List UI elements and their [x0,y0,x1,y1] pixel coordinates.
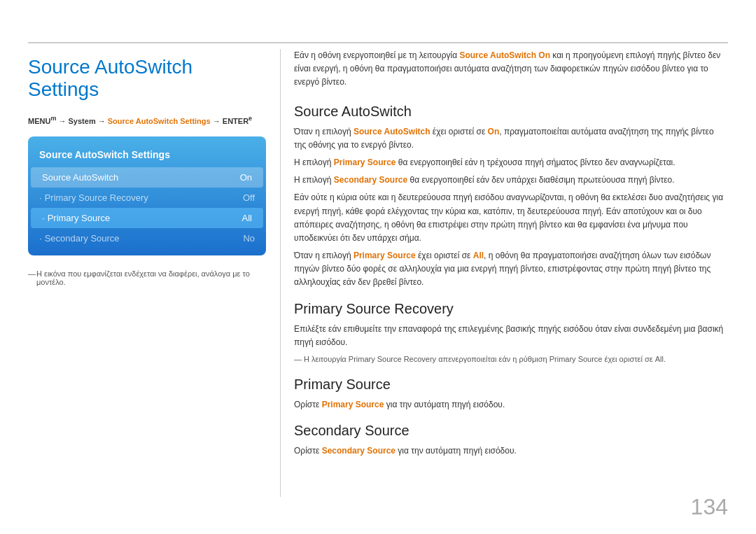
left-panel: Source AutoSwitch Settings MENUm → Syste… [28,49,266,506]
menu-arrows: → System → [58,117,107,125]
section-body-autoswitch-4: Εάν ούτε η κύρια ούτε και η δευτερεύουσα… [294,191,728,245]
item-label-recovery: ·Primary Source Recovery [39,192,148,203]
settings-item-secondary[interactable]: ·Secondary Source No [28,228,266,248]
vertical-divider [280,49,281,497]
item-label-secondary: ·Secondary Source [39,233,120,244]
section-body-recovery: Επιλέξτε εάν επιθυμείτε την επαναφορά τη… [294,323,728,349]
right-panel: Εάν η οθόνη ενεργοποιηθεί με τη λειτουργ… [294,49,728,506]
section-body-autoswitch-2: Η επιλογή Primary Source θα ενεργοποιηθε… [294,156,728,169]
settings-item-primary[interactable]: ·Primary Source All [31,208,263,228]
left-footnote: Η εικόνα που εμφανίζεται ενδέχεται να δι… [28,269,266,286]
settings-item-autoswitch[interactable]: Source AutoSwitch On [31,167,263,188]
item-value-autoswitch: On [240,172,252,183]
intro-highlight: Source AutoSwitch On [459,50,550,60]
section-body-autoswitch-5: Όταν η επιλογή Primary Source έχει οριστ… [294,249,728,290]
page-number: 134 [691,494,728,520]
item-value-secondary: No [243,233,255,244]
section-title-recovery: Primary Source Recovery [294,301,728,317]
top-divider [28,42,728,43]
intro-paragraph: Εάν η οθόνη ενεργοποιηθεί με τη λειτουργ… [294,49,728,90]
menu-prefix: MENU [28,117,50,125]
section-title-secondary: Secondary Source [294,423,728,439]
section-body-secondary: Ορίστε Secondary Source για την αυτόματη… [294,444,728,458]
item-label-autoswitch: Source AutoSwitch [42,172,118,183]
page-title: Source AutoSwitch Settings [28,56,266,101]
item-label-primary: ·Primary Source [42,213,110,223]
section-body-autoswitch-3: Η επιλογή Secondary Source θα ενεργοποιη… [294,174,728,187]
item-value-recovery: Off [243,192,255,203]
section-title-primary: Primary Source [294,377,728,393]
menu-path: MENUm → System → Source AutoSwitch Setti… [28,115,266,125]
menu-highlight: Source AutoSwitch Settings [108,117,211,125]
settings-box: Source AutoSwitch Settings Source AutoSw… [28,136,266,255]
menu-suffix: → ENTER [213,117,248,125]
settings-item-recovery[interactable]: ·Primary Source Recovery Off [28,188,266,208]
section-body-autoswitch-1: Όταν η επιλογή Source AutoSwitch έχει ορ… [294,125,728,152]
item-value-primary: All [242,213,252,223]
section-note-recovery: Η λειτουργία Primary Source Recovery απε… [294,353,728,365]
settings-box-title: Source AutoSwitch Settings [28,143,266,167]
section-body-primary: Ορίστε Primary Source για την αυτόματη π… [294,398,728,412]
section-title-autoswitch: Source AutoSwitch [294,104,728,120]
